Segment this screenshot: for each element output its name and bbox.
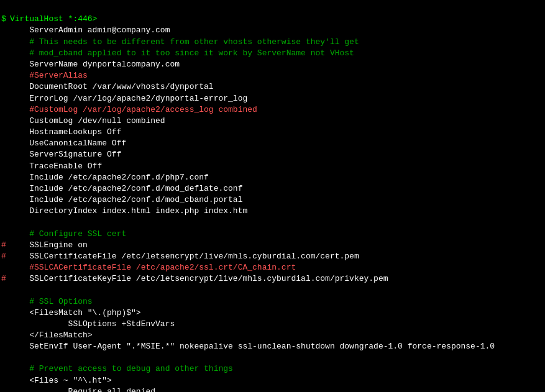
code-line: TraceEnable Off — [0, 161, 545, 172]
line-gutter — [0, 149, 9, 160]
code-line: # Prevent access to debug and other thin… — [0, 363, 545, 375]
code-line: Include /etc/apache2/conf.d/php7.conf — [0, 172, 545, 183]
line-content: CustomLog /dev/null combined — [9, 116, 545, 127]
code-line: # SSLEngine on — [0, 240, 545, 251]
line-content: # Configure SSL cert — [9, 229, 545, 240]
code-line: ErrorLog /var/log/apache2/dynportal-erro… — [0, 93, 545, 104]
line-content: DocumentRoot /var/www/vhosts/dynportal — [9, 81, 545, 93]
code-line: #SSLCACertificateFile /etc/apache2/ssl.c… — [0, 262, 545, 273]
line-content: TraceEnable Off — [9, 161, 545, 172]
code-line: CustomLog /dev/null combined — [0, 116, 545, 127]
code-line: #CustomLog /var/log/apache2/access_log c… — [0, 104, 545, 116]
code-line: Require all denied — [0, 386, 545, 392]
line-gutter — [0, 37, 9, 48]
line-gutter — [0, 138, 9, 149]
code-line: SetEnvIf User-Agent ".*MSIE.*" nokeepali… — [0, 341, 545, 352]
line-gutter — [0, 127, 9, 138]
line-gutter — [0, 59, 9, 70]
line-content: Include /etc/apache2/conf.d/php7.conf — [9, 172, 545, 183]
line-content: SSLCertificateFile /etc/letsencrypt/live… — [9, 251, 545, 262]
line-content: SSLCertificateKeyFile /etc/letsencrypt/l… — [9, 273, 545, 285]
line-gutter — [0, 352, 9, 363]
line-content — [9, 352, 545, 363]
line-gutter — [0, 183, 9, 194]
code-line: DocumentRoot /var/www/vhosts/dynportal — [0, 81, 545, 93]
line-gutter — [0, 330, 9, 341]
line-content: # This needs to be different from other … — [9, 37, 545, 48]
code-line: #ServerAlias — [0, 70, 545, 81]
code-line: </FilesMatch> — [0, 330, 545, 341]
line-content: ErrorLog /var/log/apache2/dynportal-erro… — [9, 93, 545, 104]
line-gutter — [0, 116, 9, 127]
line-content: DirectoryIndex index.html index.php inde… — [9, 206, 545, 217]
line-content: SetEnvIf User-Agent ".*MSIE.*" nokeepali… — [9, 341, 545, 352]
line-gutter — [0, 341, 9, 352]
code-line — [0, 285, 545, 296]
line-content: Include /etc/apache2/conf.d/mod_deflate.… — [9, 183, 545, 194]
line-gutter — [0, 25, 9, 36]
line-content: ServerName dynportalcompany.com — [9, 59, 545, 70]
line-gutter — [0, 93, 9, 104]
code-line: ServerSignature Off — [0, 149, 545, 160]
code-line: SSLOptions +StdEnvVars — [0, 319, 545, 330]
line-gutter — [0, 81, 9, 93]
line-content: # Prevent access to debug and other thin… — [9, 363, 545, 375]
code-line: <FilesMatch "\.(php)$"> — [0, 308, 545, 319]
code-line: # mod_cband applied to it too since it w… — [0, 48, 545, 59]
line-content: </FilesMatch> — [9, 330, 545, 341]
line-gutter: # — [0, 273, 9, 285]
line-gutter — [0, 206, 9, 217]
code-line: HostnameLookups Off — [0, 127, 545, 138]
code-line: ServerName dynportalcompany.com — [0, 59, 545, 70]
line-gutter — [0, 285, 9, 296]
line-gutter — [0, 262, 9, 273]
code-line: # This needs to be different from other … — [0, 37, 545, 48]
code-line: UseCanonicalName Off — [0, 138, 545, 149]
line-gutter — [0, 308, 9, 319]
code-line: Include /etc/apache2/conf.d/mod_cband.po… — [0, 194, 545, 206]
line-content: <Files ~ "^\.ht"> — [9, 375, 545, 386]
line-content: # SSL Options — [9, 296, 545, 308]
code-line: <Files ~ "^\.ht"> — [0, 375, 545, 386]
line-gutter — [0, 48, 9, 59]
line-content: ServerSignature Off — [9, 149, 545, 160]
code-line: DirectoryIndex index.html index.php inde… — [0, 206, 545, 217]
code-line — [0, 352, 545, 363]
code-line — [0, 217, 545, 229]
line-gutter: # — [0, 240, 9, 251]
line-gutter — [0, 319, 9, 330]
code-line: Include /etc/apache2/conf.d/mod_deflate.… — [0, 183, 545, 194]
line-gutter: $ — [0, 14, 9, 25]
line-content: #CustomLog /var/log/apache2/access_log c… — [9, 104, 545, 116]
line-content: ServerAdmin admin@company.com — [9, 25, 545, 36]
line-content: HostnameLookups Off — [9, 127, 545, 138]
line-content — [9, 285, 545, 296]
code-editor: $VirtualHost *:446> ServerAdmin admin@co… — [0, 0, 545, 392]
code-line: $VirtualHost *:446> — [0, 14, 545, 25]
line-content: UseCanonicalName Off — [9, 138, 545, 149]
line-gutter — [0, 386, 9, 392]
line-content: # mod_cband applied to it too since it w… — [9, 48, 545, 59]
line-gutter — [0, 194, 9, 206]
code-line: # Configure SSL cert — [0, 229, 545, 240]
code-line: # SSLCertificateKeyFile /etc/letsencrypt… — [0, 273, 545, 285]
line-content: <FilesMatch "\.(php)$"> — [9, 308, 545, 319]
line-content: #ServerAlias — [9, 70, 545, 81]
line-content: #SSLCACertificateFile /etc/apache2/ssl.c… — [9, 262, 545, 273]
line-gutter — [0, 229, 9, 240]
line-gutter — [0, 363, 9, 375]
line-gutter — [0, 296, 9, 308]
code-line: # SSLCertificateFile /etc/letsencrypt/li… — [0, 251, 545, 262]
line-content — [9, 217, 545, 229]
line-content: SSLOptions +StdEnvVars — [9, 319, 545, 330]
code-line: # SSL Options — [0, 296, 545, 308]
line-content: VirtualHost *:446> — [9, 14, 545, 25]
line-gutter — [0, 375, 9, 386]
line-content: SSLEngine on — [9, 240, 545, 251]
code-line: ServerAdmin admin@company.com — [0, 25, 545, 36]
line-gutter — [0, 217, 9, 229]
line-gutter: # — [0, 251, 9, 262]
line-content: Include /etc/apache2/conf.d/mod_cband.po… — [9, 194, 545, 206]
line-gutter — [0, 104, 9, 116]
line-content: Require all denied — [9, 386, 545, 392]
